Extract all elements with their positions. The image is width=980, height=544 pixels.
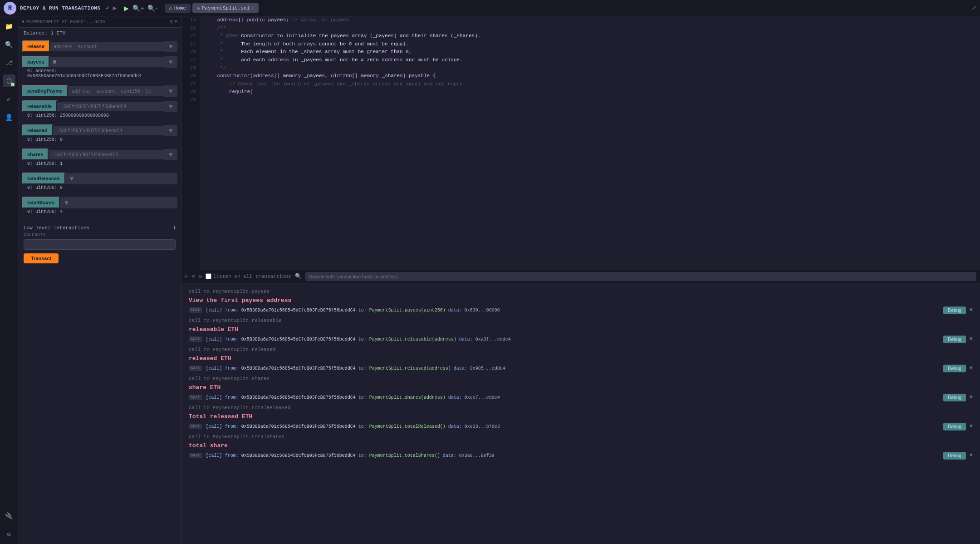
calldata-input[interactable] <box>24 239 176 250</box>
function-row-payees: payees ▼ 0: address: 0x5B38Da6e701c56854… <box>18 54 181 83</box>
tx-section-label: call to PaymentSplit.totalReleased <box>181 403 980 412</box>
line-number: 21 <box>185 32 196 40</box>
search-box[interactable] <box>305 272 976 281</box>
function-row-released: released ▼ 0: uint256: 0 <box>18 123 181 147</box>
line-numbers: 1920212223242526272829 <box>181 16 200 270</box>
code-line: * The length of both arrays cannot be 0 … <box>205 40 975 49</box>
code-line: * and each address in _payees must not b… <box>205 56 975 64</box>
expand-tx-icon[interactable]: ▼ <box>970 394 973 401</box>
debug-button[interactable]: Debug <box>943 452 965 460</box>
zoom-in-button[interactable]: 🔍+ <box>132 5 144 12</box>
code-line: * Each element in the _shares array must… <box>205 48 975 56</box>
line-number: 24 <box>185 56 196 64</box>
sidebar-icon-verify[interactable]: ✔ <box>3 93 15 105</box>
arrow-icon[interactable]: ▶ <box>113 4 117 12</box>
totalshares-button[interactable]: totalShares <box>22 197 60 208</box>
shares-chevron[interactable]: ▼ <box>164 149 177 160</box>
line-number: 27 <box>185 80 196 89</box>
file-icon: ◇ <box>197 5 200 11</box>
release-button[interactable]: release <box>22 40 50 52</box>
pendingpayment-chevron[interactable]: ▼ <box>164 85 177 97</box>
release-input[interactable] <box>50 42 164 51</box>
tx-annotation: Total released ETH <box>181 412 980 421</box>
zoom-out-button[interactable]: 🔍- <box>147 5 157 12</box>
expand-tx-icon[interactable]: ▼ <box>970 336 973 342</box>
payees-button[interactable]: payees <box>22 56 49 68</box>
tx-call-text: [call] from: 0x5B38Da6a701c568545dCfcB03… <box>206 453 940 458</box>
low-level-section: Low level interactions ℹ CALLDATA Transa… <box>18 221 181 267</box>
tx-list: call to PaymentSplit.payeesView the firs… <box>181 283 980 544</box>
expand-icon[interactable]: ⤢ <box>972 5 976 11</box>
sidebar-icon-plugin[interactable]: 🔌 <box>3 509 15 522</box>
releasable-chevron[interactable]: ▼ <box>164 101 177 112</box>
released-input[interactable] <box>53 126 164 135</box>
expand-tx-icon[interactable]: ▼ <box>970 423 973 430</box>
copy-icon[interactable]: ⎘ <box>170 20 173 25</box>
expand-tx-icon[interactable]: ▼ <box>970 307 973 313</box>
sidebar-icon-user[interactable]: 👤 <box>3 111 15 124</box>
pendingpayment-button[interactable]: pendingPayme <box>22 85 68 97</box>
deploy-panel: ▼ PAYMENTSPLIT AT 0x8521...551A ⎘ ⊞ Bala… <box>18 16 181 544</box>
totalreleased-result: 0: uint256: 0 <box>22 184 177 193</box>
shares-button[interactable]: shares <box>22 148 49 160</box>
listen-label: listen on all transactions <box>213 274 291 279</box>
sidebar-icon-deploy[interactable]: ⬡ <box>3 74 15 87</box>
info-icon: ℹ <box>174 225 176 231</box>
line-number: 19 <box>185 16 196 25</box>
sidebar-icon-git[interactable]: ⎇ <box>3 56 15 69</box>
run-button[interactable]: ▶ <box>124 5 129 12</box>
deploy-panel-header: ▼ PAYMENTSPLIT AT 0x8521...551A ⎘ ⊞ <box>18 16 181 28</box>
shares-input[interactable] <box>49 150 164 159</box>
sidebar-icon-files[interactable]: 📁 <box>3 20 15 33</box>
function-btn-releasable: releasable ▼ <box>22 100 177 112</box>
close-tab-icon[interactable]: ✕ <box>251 5 254 11</box>
tx-toolbar: ⊢ ⊘ 0 listen on all transactions 🔍 <box>181 270 980 283</box>
tab-paymentsplit[interactable]: ◇ PaymentSplit.sol ✕ <box>192 3 259 13</box>
debug-button[interactable]: Debug <box>943 394 965 401</box>
line-number: 22 <box>185 40 196 49</box>
sidebar-icon-search[interactable]: 🔍 <box>3 38 15 51</box>
debug-button[interactable]: Debug <box>943 365 965 372</box>
expand-panel-icon[interactable]: ⊞ <box>175 19 177 25</box>
sidebar-icons: 📁 🔍 ⎇ ⬡ ✔ 👤 🔌 ⚙ <box>0 16 18 544</box>
expand-tx-icon[interactable]: ▼ <box>970 365 973 371</box>
totalshares-chevron[interactable]: ▼ <box>60 197 177 208</box>
expand-tx-icon[interactable]: ▼ <box>970 452 973 459</box>
tx-call-badge: CALL <box>189 395 202 400</box>
function-btn-payees: payees ▼ <box>22 56 177 68</box>
function-row-totalshares: totalShares ▼ 0: uint256: 4 <box>18 195 181 219</box>
tx-item: CALL[call] from: 0x5B38Da6a701c568545dCf… <box>181 392 980 403</box>
transact-button[interactable]: Transact <box>24 253 59 263</box>
payees-input[interactable] <box>49 57 164 67</box>
top-bar: R DEPLOY & RUN TRANSACTIONS ✓ ▶ ▶ 🔍+ 🔍- … <box>0 0 980 16</box>
tx-item: CALL[call] from: 0x5B38Da6a701c568545dCf… <box>181 450 980 461</box>
tab-home[interactable]: ⌂ Home <box>165 4 191 13</box>
function-btn-pendingpayment: pendingPayme ▼ <box>22 85 177 97</box>
releasable-button[interactable]: releasable <box>22 100 57 112</box>
function-btn-release: release ▼ <box>22 40 177 52</box>
top-bar-title: DEPLOY & RUN TRANSACTIONS <box>20 5 101 11</box>
debug-button[interactable]: Debug <box>943 336 965 343</box>
function-row-releasable: releasable ▼ 0: uint256: 250000000000000… <box>18 99 181 123</box>
released-button[interactable]: released <box>22 124 53 136</box>
payees-result: 0: address: 0x5B38Da6e701c568545dCfcB03F… <box>22 68 177 81</box>
fold-icon[interactable]: ⊢ <box>185 273 188 280</box>
search-icon: 🔍 <box>295 273 302 280</box>
debug-button[interactable]: Debug <box>943 307 965 314</box>
line-number: 20 <box>185 25 196 33</box>
tx-call-badge: CALL <box>189 424 202 429</box>
listen-checkbox-input[interactable] <box>206 273 211 279</box>
sidebar-icon-settings[interactable]: ⚙ <box>3 528 15 540</box>
releasable-input[interactable] <box>57 102 164 111</box>
payees-chevron[interactable]: ▼ <box>164 56 177 68</box>
pendingpayment-input[interactable] <box>68 86 164 96</box>
debug-button[interactable]: Debug <box>943 423 965 430</box>
release-chevron[interactable]: ▼ <box>164 41 177 52</box>
code-line: require( <box>205 88 975 96</box>
clear-icon[interactable]: ⊘ <box>192 273 195 280</box>
home-icon: ⌂ <box>169 5 172 11</box>
totalreleased-button[interactable]: totalReleased <box>22 173 65 184</box>
tx-call-text: [call] from: 0x5B38Da6a701c568545dCfcB03… <box>206 308 940 313</box>
totalreleased-chevron[interactable]: ▼ <box>65 173 177 184</box>
released-chevron[interactable]: ▼ <box>164 125 177 136</box>
